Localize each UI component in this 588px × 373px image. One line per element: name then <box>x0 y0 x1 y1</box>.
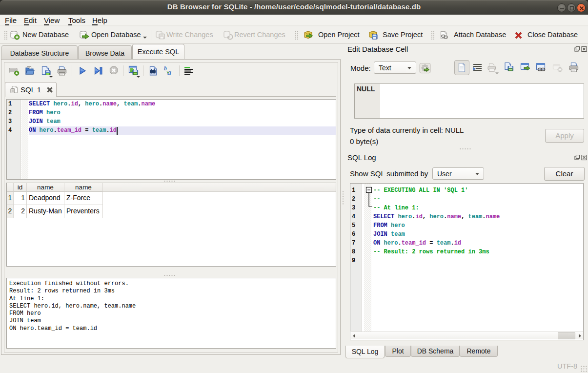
svg-text:b: b <box>164 65 167 72</box>
